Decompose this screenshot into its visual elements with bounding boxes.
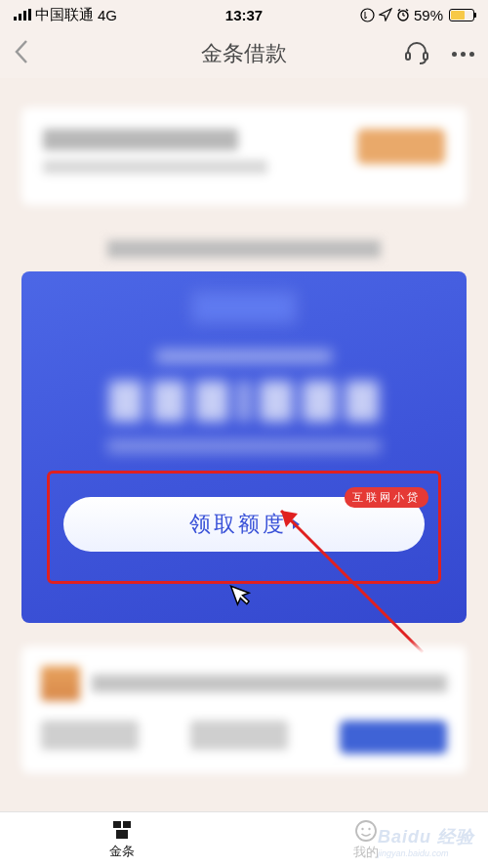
card-thumbnail bbox=[41, 666, 80, 701]
battery-percent: 59% bbox=[414, 7, 443, 23]
promo-badge: 互联网小贷 bbox=[345, 487, 428, 508]
action-pill[interactable] bbox=[357, 129, 445, 164]
more-menu-icon[interactable] bbox=[452, 52, 474, 57]
location-icon bbox=[379, 8, 392, 21]
claim-credit-label: 领取额度 bbox=[189, 510, 287, 539]
info-card-2 bbox=[21, 646, 467, 773]
svg-point-17 bbox=[356, 821, 376, 841]
svg-rect-1 bbox=[19, 14, 21, 21]
svg-rect-11 bbox=[424, 53, 427, 60]
svg-rect-3 bbox=[28, 9, 31, 21]
grid-icon bbox=[111, 821, 133, 841]
svg-rect-15 bbox=[123, 821, 131, 828]
info-card-1 bbox=[21, 107, 467, 205]
svg-rect-14 bbox=[113, 821, 121, 828]
signal-icon bbox=[14, 9, 31, 21]
tab-jintiao[interactable]: 金条 bbox=[0, 812, 244, 868]
svg-rect-0 bbox=[14, 17, 17, 21]
promo-logo bbox=[195, 295, 293, 320]
carrier-label: 中国联通 bbox=[35, 6, 94, 24]
orientation-lock-icon bbox=[360, 8, 375, 22]
tab-label: 我的 bbox=[353, 844, 379, 861]
svg-rect-2 bbox=[23, 11, 26, 21]
profile-icon bbox=[355, 820, 377, 842]
page-title: 金条借款 bbox=[201, 39, 287, 68]
network-type: 4G bbox=[98, 7, 117, 23]
secondary-chip[interactable] bbox=[41, 721, 139, 750]
secondary-chip[interactable] bbox=[190, 721, 288, 750]
status-bar: 中国联通 4G 13:37 59% bbox=[0, 0, 488, 29]
highlight-annotation: 领取额度 互联网小贷 bbox=[47, 471, 441, 584]
nav-bar: 金条借款 bbox=[0, 29, 488, 78]
support-headset-icon[interactable] bbox=[403, 38, 430, 69]
clock: 13:37 bbox=[225, 7, 263, 23]
alarm-icon bbox=[396, 8, 410, 21]
svg-rect-16 bbox=[116, 830, 128, 839]
svg-point-19 bbox=[368, 827, 370, 829]
svg-line-8 bbox=[398, 10, 400, 12]
watermark: Baidu 经验 jingyan.baidu.com bbox=[378, 825, 474, 858]
credit-promo-card: 领取额度 互联网小贷 bbox=[21, 271, 467, 623]
svg-point-18 bbox=[361, 827, 363, 829]
svg-rect-10 bbox=[406, 53, 410, 60]
caret-right-icon bbox=[293, 519, 300, 529]
back-button[interactable] bbox=[14, 39, 29, 68]
section-heading bbox=[107, 240, 381, 258]
content-area: 领取额度 互联网小贷 bbox=[0, 78, 488, 773]
tab-bar: 金条 我的 Baidu 经验 jingyan.baidu.com bbox=[0, 811, 488, 868]
claim-credit-button[interactable]: 领取额度 互联网小贷 bbox=[63, 497, 425, 552]
battery-icon bbox=[449, 9, 474, 21]
svg-line-9 bbox=[406, 10, 408, 12]
primary-chip[interactable] bbox=[340, 721, 447, 754]
svg-point-4 bbox=[361, 9, 374, 21]
tab-label: 金条 bbox=[109, 843, 135, 860]
